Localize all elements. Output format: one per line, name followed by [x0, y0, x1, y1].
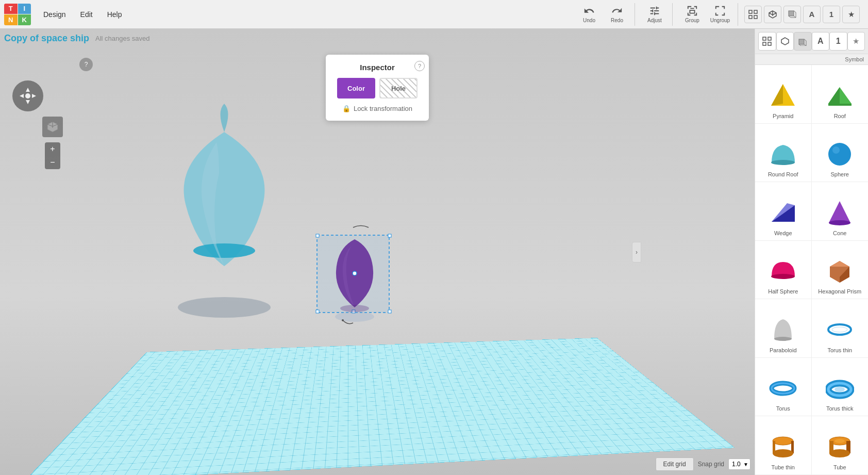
svg-rect-26 — [799, 39, 804, 44]
selected-object[interactable] — [314, 220, 407, 335]
svg-marker-20 — [32, 94, 36, 98]
shape-round-roof[interactable]: Round Roof — [755, 124, 812, 183]
shape-torus[interactable]: Torus — [755, 358, 812, 417]
project-title[interactable]: Copy of space ship — [4, 33, 89, 44]
snap-grid-label: Snap grid — [698, 461, 724, 468]
question-btn[interactable]: ? — [414, 61, 425, 71]
ungroup-button[interactable]: Ungroup — [707, 3, 733, 26]
zoom-out-btn[interactable]: − — [45, 156, 60, 169]
main-area: Copy of space ship All changes saved — [0, 29, 868, 475]
canvas-area[interactable]: Copy of space ship All changes saved — [0, 29, 755, 475]
menu-edit[interactable]: Edit — [74, 7, 99, 22]
svg-point-5 — [178, 297, 271, 318]
menu-design[interactable]: Design — [37, 7, 72, 22]
svg-point-61 — [834, 439, 845, 443]
cat-cube-btn[interactable] — [794, 32, 812, 51]
topbar: T I N K Design Edit Help Undo Redo Adjus… — [0, 0, 868, 29]
group-button[interactable]: Group — [679, 3, 706, 26]
lock-icon: 🔒 — [342, 105, 350, 112]
adjust-button[interactable]: Adjust — [641, 3, 668, 26]
svg-point-33 — [828, 143, 851, 166]
inspector-color-btn[interactable]: Color — [337, 78, 375, 99]
redo-button[interactable]: Redo — [604, 3, 630, 26]
shape-half-sphere[interactable]: Half Sphere — [755, 241, 812, 300]
shape-torus-thick[interactable]: Torus thick — [812, 358, 869, 417]
menu-help[interactable]: Help — [101, 7, 128, 22]
shape-name-cone: Cone — [833, 230, 846, 236]
cube-view-btn[interactable] — [42, 117, 63, 137]
shape-tube-thin[interactable]: Tube thin — [755, 416, 812, 475]
shape-name-tube: Tube — [833, 464, 846, 470]
inspector-hole-btn[interactable]: Hole — [379, 78, 418, 99]
shape-torus-thin[interactable]: Torus thin — [812, 299, 869, 358]
shape-visual-hex-prism — [824, 257, 855, 285]
collapse-sidebar-btn[interactable]: › — [632, 242, 641, 263]
zoom-in-btn[interactable]: + — [45, 142, 60, 156]
shape-visual-torus-thick — [824, 374, 855, 402]
svg-point-60 — [829, 449, 850, 457]
spaceship-object[interactable] — [144, 101, 309, 330]
svg-marker-19 — [20, 94, 24, 98]
save-status: All changes saved — [95, 35, 150, 42]
cat-star-btn[interactable]: ★ — [847, 32, 865, 51]
shape-name-half-sphere: Half Sphere — [768, 288, 798, 294]
right-sidebar: A 1 ★ Symbol Pyramid — [755, 29, 868, 475]
shape-tube[interactable]: Tube — [812, 416, 869, 475]
svg-marker-18 — [26, 100, 30, 104]
snap-grid-select[interactable]: 1.0 0.5 0.1 2.0 5.0 — [728, 458, 750, 470]
shape-visual-wedge — [767, 199, 798, 227]
shape-pyramid[interactable]: Pyramid — [755, 65, 812, 124]
shape-visual-roof — [824, 81, 855, 110]
shape-name-tube-thin: Tube thin — [772, 464, 795, 470]
svg-point-14 — [335, 312, 374, 322]
shape-name-roof: Roof — [834, 113, 846, 119]
nav-controls: ? + − — [12, 80, 93, 169]
help-button[interactable]: ? — [79, 58, 93, 71]
view-text-btn[interactable]: A — [803, 6, 821, 23]
svg-rect-23 — [768, 37, 771, 40]
grid-plane — [22, 338, 735, 475]
shape-sphere[interactable]: Sphere — [812, 124, 869, 183]
svg-point-55 — [773, 449, 793, 457]
inspector-title: Inspector — [334, 63, 421, 72]
cat-num-btn[interactable]: 1 — [829, 32, 847, 51]
svg-point-6 — [193, 243, 255, 258]
tinkercad-logo[interactable]: T I N K — [4, 4, 31, 25]
shape-visual-tube-thin — [767, 433, 798, 461]
shape-name-wedge: Wedge — [774, 230, 792, 236]
cat-3d-btn[interactable] — [776, 32, 794, 51]
shape-roof[interactable]: Roof — [812, 65, 869, 124]
grid-controls: Edit grid Snap grid 1.0 0.5 0.1 2.0 5.0 … — [656, 457, 750, 471]
lock-transformation-row[interactable]: 🔒 Lock transformation — [334, 105, 421, 112]
svg-marker-30 — [828, 87, 840, 106]
shape-name-torus-thick: Torus thick — [826, 405, 854, 412]
shape-paraboloid[interactable]: Paraboloid — [755, 299, 812, 358]
shape-visual-sphere — [824, 140, 855, 168]
svg-rect-4 — [789, 11, 794, 16]
svg-rect-24 — [763, 42, 766, 45]
undo-button[interactable]: Undo — [576, 3, 603, 26]
edit-grid-btn[interactable]: Edit grid — [656, 457, 694, 471]
cat-grid-btn[interactable] — [758, 32, 776, 51]
svg-rect-2 — [749, 15, 752, 19]
svg-marker-17 — [26, 88, 30, 92]
view-star-btn[interactable]: ★ — [842, 6, 860, 23]
svg-rect-3 — [754, 15, 757, 19]
shape-visual-tube — [824, 433, 855, 461]
svg-point-51 — [834, 387, 845, 392]
view-cube-btn[interactable] — [783, 6, 801, 23]
shape-cone[interactable]: Cone — [812, 182, 869, 241]
view-3d-btn[interactable] — [764, 6, 781, 23]
shape-wedge[interactable]: Wedge — [755, 182, 812, 241]
view-num-btn[interactable]: 1 — [823, 6, 840, 23]
svg-rect-0 — [749, 10, 752, 13]
svg-marker-38 — [829, 201, 850, 223]
shape-visual-cone — [824, 199, 855, 227]
pan-control[interactable] — [12, 80, 43, 111]
view-grid-btn[interactable] — [744, 6, 762, 23]
shape-visual-half-sphere — [767, 257, 798, 285]
cat-text-btn[interactable]: A — [812, 32, 830, 51]
svg-rect-22 — [763, 37, 766, 40]
shape-hex-prism[interactable]: Hexagonal Prism — [812, 241, 869, 300]
svg-point-15 — [353, 271, 357, 275]
